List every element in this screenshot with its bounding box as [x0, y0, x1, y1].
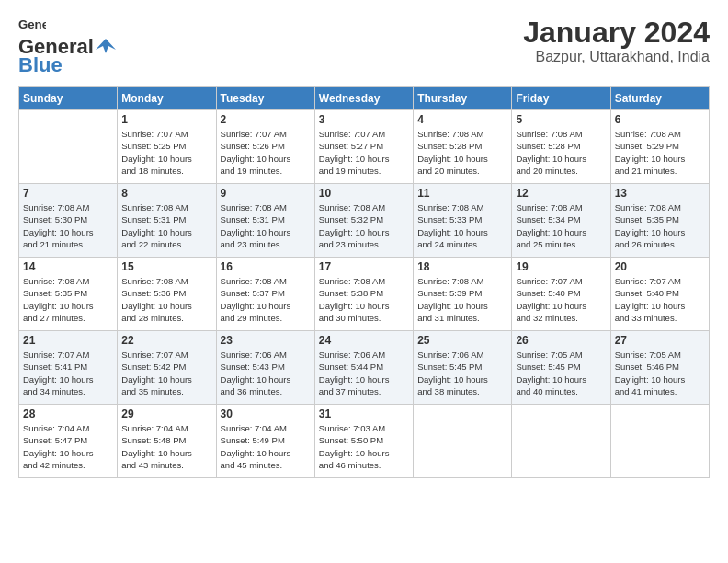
table-row: 5Sunrise: 7:08 AM Sunset: 5:28 PM Daylig… [512, 110, 610, 184]
day-number: 4 [417, 113, 507, 126]
day-info: Sunrise: 7:07 AM Sunset: 5:25 PM Dayligh… [121, 128, 211, 177]
day-number: 18 [417, 260, 507, 273]
day-info: Sunrise: 7:07 AM Sunset: 5:27 PM Dayligh… [319, 128, 409, 177]
table-row: 4Sunrise: 7:08 AM Sunset: 5:28 PM Daylig… [414, 110, 512, 184]
day-number: 24 [319, 334, 409, 347]
day-number: 30 [221, 408, 311, 420]
day-info: Sunrise: 7:04 AM Sunset: 5:49 PM Dayligh… [221, 422, 311, 471]
day-number: 21 [23, 334, 113, 347]
day-number: 15 [121, 260, 211, 273]
col-wednesday: Wednesday [314, 87, 413, 110]
day-number: 5 [516, 113, 606, 126]
day-number: 27 [615, 334, 705, 347]
day-info: Sunrise: 7:03 AM Sunset: 5:50 PM Dayligh… [319, 422, 409, 471]
day-info: Sunrise: 7:08 AM Sunset: 5:30 PM Dayligh… [23, 201, 113, 250]
table-row [610, 405, 709, 478]
table-row: 31Sunrise: 7:03 AM Sunset: 5:50 PM Dayli… [314, 405, 413, 478]
calendar-week-row: 1Sunrise: 7:07 AM Sunset: 5:25 PM Daylig… [19, 110, 710, 184]
table-row: 9Sunrise: 7:08 AM Sunset: 5:31 PM Daylig… [216, 184, 314, 258]
calendar-table: Sunday Monday Tuesday Wednesday Thursday… [18, 86, 710, 478]
table-row: 10Sunrise: 7:08 AM Sunset: 5:32 PM Dayli… [314, 184, 413, 258]
table-row [512, 405, 610, 478]
day-number: 31 [319, 408, 409, 420]
day-number: 12 [516, 187, 606, 200]
calendar-week-row: 21Sunrise: 7:07 AM Sunset: 5:41 PM Dayli… [19, 331, 710, 405]
calendar-week-row: 28Sunrise: 7:04 AM Sunset: 5:47 PM Dayli… [19, 405, 710, 478]
day-number: 17 [319, 260, 409, 273]
month-year-title: January 2024 [523, 17, 710, 49]
day-info: Sunrise: 7:08 AM Sunset: 5:37 PM Dayligh… [221, 275, 311, 324]
day-info: Sunrise: 7:07 AM Sunset: 5:26 PM Dayligh… [221, 128, 311, 177]
day-info: Sunrise: 7:05 AM Sunset: 5:46 PM Dayligh… [615, 349, 705, 397]
day-info: Sunrise: 7:08 AM Sunset: 5:36 PM Dayligh… [121, 275, 211, 324]
table-row: 17Sunrise: 7:08 AM Sunset: 5:38 PM Dayli… [314, 258, 413, 331]
day-number: 23 [221, 334, 311, 347]
table-row: 18Sunrise: 7:08 AM Sunset: 5:39 PM Dayli… [414, 258, 512, 331]
day-number: 26 [516, 334, 606, 347]
day-number: 9 [221, 187, 311, 200]
day-number: 20 [615, 260, 705, 273]
col-sunday: Sunday [19, 87, 118, 110]
table-row: 6Sunrise: 7:08 AM Sunset: 5:29 PM Daylig… [610, 110, 709, 184]
day-info: Sunrise: 7:08 AM Sunset: 5:28 PM Dayligh… [417, 128, 507, 177]
col-friday: Friday [512, 87, 610, 110]
table-row: 15Sunrise: 7:08 AM Sunset: 5:36 PM Dayli… [118, 258, 216, 331]
day-info: Sunrise: 7:08 AM Sunset: 5:35 PM Dayligh… [615, 201, 705, 250]
table-row: 20Sunrise: 7:07 AM Sunset: 5:40 PM Dayli… [610, 258, 709, 331]
table-row: 22Sunrise: 7:07 AM Sunset: 5:42 PM Dayli… [118, 331, 216, 405]
calendar-week-row: 14Sunrise: 7:08 AM Sunset: 5:35 PM Dayli… [19, 258, 710, 331]
day-number: 3 [319, 113, 409, 126]
day-info: Sunrise: 7:07 AM Sunset: 5:41 PM Dayligh… [23, 349, 113, 397]
table-row: 2Sunrise: 7:07 AM Sunset: 5:26 PM Daylig… [216, 110, 314, 184]
day-number: 6 [615, 113, 705, 126]
day-number: 28 [23, 408, 113, 420]
day-info: Sunrise: 7:06 AM Sunset: 5:43 PM Dayligh… [221, 349, 311, 397]
day-number: 25 [417, 334, 507, 347]
table-row: 23Sunrise: 7:06 AM Sunset: 5:43 PM Dayli… [216, 331, 314, 405]
day-info: Sunrise: 7:04 AM Sunset: 5:48 PM Dayligh… [121, 422, 211, 471]
header: General General Blue January 2024 Bazpur… [18, 17, 710, 77]
calendar-page: General General Blue January 2024 Bazpur… [0, 0, 728, 488]
table-row: 13Sunrise: 7:08 AM Sunset: 5:35 PM Dayli… [610, 184, 709, 258]
table-row: 19Sunrise: 7:07 AM Sunset: 5:40 PM Dayli… [512, 258, 610, 331]
logo-blue: Blue [18, 53, 63, 77]
table-row: 25Sunrise: 7:06 AM Sunset: 5:45 PM Dayli… [414, 331, 512, 405]
table-row: 16Sunrise: 7:08 AM Sunset: 5:37 PM Dayli… [216, 258, 314, 331]
day-number: 16 [221, 260, 311, 273]
header-row: Sunday Monday Tuesday Wednesday Thursday… [19, 87, 710, 110]
day-info: Sunrise: 7:08 AM Sunset: 5:39 PM Dayligh… [417, 275, 507, 324]
day-number: 1 [121, 113, 211, 126]
day-info: Sunrise: 7:08 AM Sunset: 5:31 PM Dayligh… [221, 201, 311, 250]
day-number: 8 [121, 187, 211, 200]
table-row: 11Sunrise: 7:08 AM Sunset: 5:33 PM Dayli… [414, 184, 512, 258]
table-row: 28Sunrise: 7:04 AM Sunset: 5:47 PM Dayli… [19, 405, 118, 478]
table-row: 29Sunrise: 7:04 AM Sunset: 5:48 PM Dayli… [118, 405, 216, 478]
calendar-week-row: 7Sunrise: 7:08 AM Sunset: 5:30 PM Daylig… [19, 184, 710, 258]
svg-text:General: General [18, 17, 46, 31]
day-number: 10 [319, 187, 409, 200]
day-info: Sunrise: 7:08 AM Sunset: 5:34 PM Dayligh… [516, 201, 606, 250]
col-saturday: Saturday [610, 87, 709, 110]
table-row: 1Sunrise: 7:07 AM Sunset: 5:25 PM Daylig… [118, 110, 216, 184]
day-info: Sunrise: 7:08 AM Sunset: 5:32 PM Dayligh… [319, 201, 409, 250]
day-info: Sunrise: 7:05 AM Sunset: 5:45 PM Dayligh… [516, 349, 606, 397]
location-subtitle: Bazpur, Uttarakhand, India [523, 49, 710, 65]
svg-marker-1 [96, 39, 116, 53]
table-row: 27Sunrise: 7:05 AM Sunset: 5:46 PM Dayli… [610, 331, 709, 405]
title-area: January 2024 Bazpur, Uttarakhand, India [523, 17, 710, 65]
table-row: 8Sunrise: 7:08 AM Sunset: 5:31 PM Daylig… [118, 184, 216, 258]
day-info: Sunrise: 7:08 AM Sunset: 5:29 PM Dayligh… [615, 128, 705, 177]
table-row: 7Sunrise: 7:08 AM Sunset: 5:30 PM Daylig… [19, 184, 118, 258]
day-info: Sunrise: 7:04 AM Sunset: 5:47 PM Dayligh… [23, 422, 113, 471]
table-row: 24Sunrise: 7:06 AM Sunset: 5:44 PM Dayli… [314, 331, 413, 405]
day-info: Sunrise: 7:07 AM Sunset: 5:40 PM Dayligh… [615, 275, 705, 324]
day-number: 29 [121, 408, 211, 420]
day-info: Sunrise: 7:08 AM Sunset: 5:28 PM Dayligh… [516, 128, 606, 177]
day-info: Sunrise: 7:08 AM Sunset: 5:33 PM Dayligh… [417, 201, 507, 250]
day-info: Sunrise: 7:07 AM Sunset: 5:40 PM Dayligh… [516, 275, 606, 324]
day-info: Sunrise: 7:06 AM Sunset: 5:45 PM Dayligh… [417, 349, 507, 397]
day-number: 2 [221, 113, 311, 126]
day-number: 13 [615, 187, 705, 200]
day-info: Sunrise: 7:08 AM Sunset: 5:35 PM Dayligh… [23, 275, 113, 324]
logo: General General Blue [18, 17, 116, 77]
